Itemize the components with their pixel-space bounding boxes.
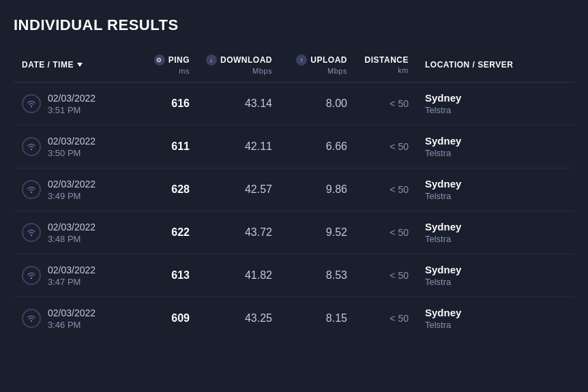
cell-distance-2: < 50 (355, 168, 417, 211)
server-5: Telstra (425, 320, 566, 330)
svg-point-2 (31, 192, 32, 193)
ping-value-5: 609 (171, 312, 190, 324)
cell-ping-1: 611 (136, 125, 198, 168)
cell-download-4: 41.82 (198, 254, 280, 297)
ping-value-2: 628 (171, 183, 190, 195)
location-cell-1: Sydney Telstra (425, 135, 566, 158)
col-download: ↓ DOWNLOAD Mbps (198, 48, 280, 82)
distance-value-5: < 50 (389, 313, 409, 324)
cell-distance-3: < 50 (355, 211, 417, 254)
datetime-text-4: 02/03/2022 3:47 PM (48, 265, 95, 287)
table-row: 02/03/2022 3:51 PM 616 43.14 8.00 < 50 S… (14, 82, 574, 125)
col-ping-label: PING (168, 55, 190, 65)
upload-value-2: 9.86 (326, 183, 347, 195)
wifi-icon (22, 223, 41, 242)
col-upload-label: UPLOAD (310, 55, 347, 65)
upload-value-5: 8.15 (326, 312, 347, 324)
date-4: 02/03/2022 (48, 265, 95, 275)
table-row: 02/03/2022 3:49 PM 628 42.57 9.86 < 50 S… (14, 168, 574, 211)
col-distance-label: DISTANCE (365, 55, 409, 65)
cell-datetime-5: 02/03/2022 3:46 PM (14, 297, 136, 340)
cell-distance-4: < 50 (355, 254, 417, 297)
location-cell-5: Sydney Telstra (425, 307, 566, 330)
download-value-1: 42.11 (245, 140, 272, 152)
sort-icon (77, 63, 83, 67)
time-4: 3:47 PM (48, 277, 95, 287)
city-1: Sydney (425, 135, 566, 147)
upload-value-4: 8.53 (326, 269, 347, 281)
cell-ping-4: 613 (136, 254, 198, 297)
cell-location-1: Sydney Telstra (417, 125, 574, 168)
cell-download-5: 43.25 (198, 297, 280, 340)
col-datetime-label: DATE / TIME (22, 60, 74, 70)
col-download-label: DOWNLOAD (220, 55, 272, 65)
distance-value-4: < 50 (389, 270, 409, 281)
location-cell-2: Sydney Telstra (425, 178, 566, 201)
wifi-icon (22, 266, 41, 285)
cell-datetime-4: 02/03/2022 3:47 PM (14, 254, 136, 297)
wifi-icon (22, 309, 41, 328)
cell-datetime-1: 02/03/2022 3:50 PM (14, 125, 136, 168)
datetime-text-0: 02/03/2022 3:51 PM (48, 93, 95, 115)
ping-value-4: 613 (171, 269, 190, 281)
table-row: 02/03/2022 3:46 PM 609 43.25 8.15 < 50 S… (14, 297, 574, 340)
wifi-icon (22, 180, 41, 199)
server-2: Telstra (425, 191, 566, 201)
cell-location-5: Sydney Telstra (417, 297, 574, 340)
server-3: Telstra (425, 234, 566, 244)
cell-distance-1: < 50 (355, 125, 417, 168)
cell-download-1: 42.11 (198, 125, 280, 168)
download-value-5: 43.25 (245, 312, 272, 324)
cell-upload-1: 6.66 (280, 125, 355, 168)
date-0: 02/03/2022 (48, 93, 95, 104)
time-0: 3:51 PM (48, 105, 95, 115)
cell-datetime-2: 02/03/2022 3:49 PM (14, 168, 136, 211)
cell-ping-0: 616 (136, 82, 198, 125)
col-location: LOCATION / SERVER (417, 48, 574, 82)
cell-ping-2: 628 (136, 168, 198, 211)
city-2: Sydney (425, 178, 566, 190)
location-cell-3: Sydney Telstra (425, 221, 566, 244)
distance-value-1: < 50 (389, 141, 409, 152)
time-1: 3:50 PM (48, 148, 95, 158)
download-value-0: 43.14 (245, 97, 272, 109)
cell-ping-3: 622 (136, 211, 198, 254)
ping-icon: ⊙ (154, 55, 165, 65)
svg-point-3 (31, 235, 32, 236)
date-5: 02/03/2022 (48, 307, 95, 318)
location-cell-0: Sydney Telstra (425, 92, 566, 115)
cell-upload-2: 9.86 (280, 168, 355, 211)
city-4: Sydney (425, 264, 566, 275)
datetime-text-5: 02/03/2022 3:46 PM (48, 307, 95, 330)
download-value-4: 41.82 (245, 269, 272, 281)
svg-point-1 (31, 149, 32, 150)
date-3: 02/03/2022 (48, 222, 95, 232)
cell-location-2: Sydney Telstra (417, 168, 574, 211)
col-upload: ↑ UPLOAD Mbps (280, 48, 355, 82)
col-datetime[interactable]: DATE / TIME (14, 48, 136, 82)
city-3: Sydney (425, 221, 566, 232)
col-download-unit: Mbps (206, 67, 272, 75)
datetime-text-2: 02/03/2022 3:49 PM (48, 179, 95, 201)
cell-download-0: 43.14 (198, 82, 280, 125)
cell-upload-4: 8.53 (280, 254, 355, 297)
svg-point-4 (31, 277, 32, 279)
wifi-icon (22, 94, 41, 113)
location-cell-4: Sydney Telstra (425, 264, 566, 287)
cell-location-3: Sydney Telstra (417, 211, 574, 254)
cell-location-4: Sydney Telstra (417, 254, 574, 297)
col-distance: DISTANCE km (355, 48, 417, 82)
upload-value-3: 9.52 (326, 226, 347, 238)
cell-download-3: 43.72 (198, 211, 280, 254)
ping-value-0: 616 (171, 97, 190, 109)
ping-value-1: 611 (171, 140, 190, 152)
date-1: 02/03/2022 (48, 136, 95, 147)
cell-distance-5: < 50 (355, 297, 417, 340)
cell-datetime-0: 02/03/2022 3:51 PM (14, 82, 136, 125)
table-row: 02/03/2022 3:47 PM 613 41.82 8.53 < 50 S… (14, 254, 574, 297)
cell-ping-5: 609 (136, 297, 198, 340)
cell-upload-0: 8.00 (280, 82, 355, 125)
upload-value-1: 6.66 (326, 140, 347, 152)
time-3: 3:48 PM (48, 234, 95, 244)
col-location-label: LOCATION / SERVER (425, 60, 513, 70)
